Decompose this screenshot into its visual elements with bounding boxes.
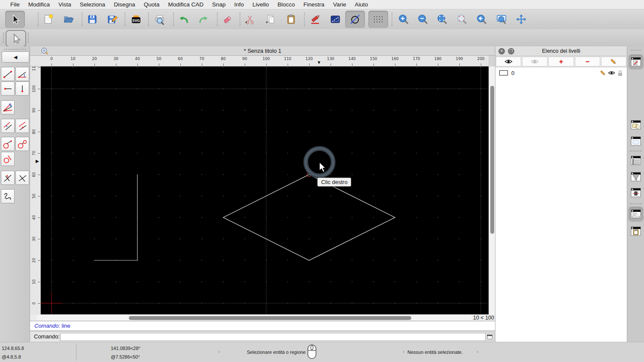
hide-all-layers-button[interactable]	[522, 57, 547, 66]
palette-back-button[interactable]: ◀	[2, 51, 29, 63]
menu-info[interactable]: Info	[230, 0, 249, 9]
cut-button[interactable]	[240, 11, 260, 28]
toolbar-handle[interactable]	[28, 33, 29, 43]
zoom-window-button[interactable]	[492, 11, 511, 28]
h-ruler-tick	[266, 63, 267, 66]
zoom-auto-button[interactable]	[432, 11, 452, 28]
undo-button[interactable]	[174, 11, 194, 28]
grid-dot	[352, 174, 352, 175]
grid-dot	[416, 88, 417, 89]
print-preview-button[interactable]	[150, 11, 170, 28]
erase-button[interactable]	[218, 11, 237, 28]
tool-angle-bisector[interactable]	[1, 100, 15, 115]
menu-modifica-cad[interactable]: Modifica CAD	[164, 0, 208, 9]
new-file-button[interactable]	[39, 11, 58, 28]
copy-button[interactable]	[261, 11, 280, 28]
select-tool-button[interactable]	[5, 11, 25, 28]
edit-layer-button[interactable]	[601, 57, 626, 66]
dock-toggle-selection-filter[interactable]	[629, 170, 642, 183]
vertical-scrollbar-thumb[interactable]	[490, 86, 494, 234]
grid-dot	[94, 238, 95, 239]
line-attributes-button[interactable]	[325, 11, 345, 28]
horizontal-scrollbar[interactable]: 10 < 100	[30, 314, 495, 321]
zoom-in-button[interactable]	[394, 11, 413, 28]
tool-line-horizontal[interactable]	[1, 81, 15, 96]
tool-parallel[interactable]	[15, 119, 29, 133]
pen-attributes-button[interactable]	[306, 11, 325, 28]
zoom-selected-button[interactable]	[452, 11, 472, 28]
layer-lock-button[interactable]	[616, 70, 624, 76]
menu-livello[interactable]: Livello	[248, 0, 273, 9]
grid-dot	[180, 153, 181, 154]
dock-toggle-block-list[interactable]	[629, 118, 642, 131]
menu-file[interactable]: File	[6, 0, 24, 9]
horizontal-scrollbar-track[interactable]	[36, 315, 472, 320]
toolbar-handle[interactable]	[3, 33, 4, 43]
tool-line-relative-angle[interactable]	[15, 171, 29, 185]
tool-line-two-points[interactable]	[1, 67, 15, 81]
grid-dot	[287, 131, 288, 132]
dock-toggle-layer-list[interactable]	[629, 55, 642, 68]
h-ruler-label: 50	[156, 57, 161, 61]
tool-line-angle[interactable]	[15, 67, 29, 81]
document-tab[interactable]: * Senza titolo 1	[30, 46, 495, 56]
menu-blocco[interactable]: Blocco	[273, 0, 299, 9]
menu-seleziona[interactable]: Seleziona	[76, 0, 109, 9]
layer-color-swatch[interactable]	[499, 70, 508, 75]
zoom-pan-button[interactable]	[511, 11, 531, 28]
dock-toggle-pen-palette[interactable]	[629, 186, 642, 199]
tool-tangent-point-circle[interactable]	[1, 137, 15, 151]
add-layer-button[interactable]: +	[548, 57, 574, 66]
dock-toggle-library-browser[interactable]	[629, 135, 642, 148]
grid-dot	[459, 281, 460, 282]
paste-button[interactable]	[281, 11, 301, 28]
dock-handle[interactable]	[631, 50, 641, 51]
command-input[interactable]	[60, 333, 487, 341]
remove-layer-button[interactable]: −	[575, 57, 600, 66]
menu-quota[interactable]: Quota	[140, 0, 164, 9]
vertical-scrollbar[interactable]	[489, 66, 495, 314]
export-svg-button[interactable]: SVG	[126, 11, 146, 28]
show-all-layers-button[interactable]	[496, 57, 521, 66]
menu-varie[interactable]: Varie	[329, 0, 351, 9]
grid-dot	[459, 67, 460, 68]
menu-disegna[interactable]: Disegna	[109, 0, 140, 9]
save-as-button[interactable]	[103, 11, 122, 28]
palette-handle[interactable]	[4, 49, 26, 50]
menu-vista[interactable]: Vista	[54, 0, 76, 9]
layer-edit-button[interactable]	[598, 70, 607, 76]
draft-mode-button[interactable]	[345, 11, 365, 28]
menu-modifica[interactable]: Modifica	[24, 0, 54, 9]
command-detach-button[interactable]	[485, 333, 494, 341]
menu-snap[interactable]: Snap	[208, 0, 230, 9]
horizontal-scrollbar-thumb[interactable]	[129, 316, 411, 320]
tool-tangent-two-circles[interactable]	[15, 137, 29, 151]
save-button[interactable]	[82, 11, 102, 28]
tool-freehand[interactable]	[1, 189, 15, 203]
drawing-canvas[interactable]: Clic destro	[41, 66, 489, 314]
dock-toggle-command-line[interactable]	[629, 208, 642, 220]
status-indicator-dot	[403, 351, 405, 353]
tool-tangent-orthogonal[interactable]	[1, 152, 15, 166]
line-orthogonal-icon	[3, 173, 13, 183]
grid-dot	[94, 67, 95, 68]
zoom-previous-button[interactable]	[472, 11, 492, 28]
zoom-out-button[interactable]	[413, 11, 433, 28]
h-ruler-tick	[481, 63, 481, 66]
tool-line-vertical[interactable]	[15, 81, 29, 96]
grid-toggle-button[interactable]	[368, 11, 388, 28]
dock-toggle-clipboard[interactable]	[629, 225, 642, 238]
menu-aiuto[interactable]: Aiuto	[350, 0, 372, 9]
menu-finestra[interactable]: Finestra	[299, 0, 329, 9]
dock-toggle-entity-list[interactable]	[629, 154, 642, 167]
redo-button[interactable]	[194, 11, 213, 28]
tool-line-orthogonal[interactable]	[1, 171, 15, 185]
grid-dot	[309, 131, 310, 132]
selection-pointer-button[interactable]	[6, 30, 26, 47]
grid-dot	[352, 281, 352, 282]
open-file-button[interactable]	[59, 11, 79, 28]
layer-visibility-button[interactable]	[607, 70, 616, 75]
layer-row[interactable]: 0	[495, 68, 627, 78]
tool-parallel-through-point[interactable]	[1, 119, 15, 133]
grid-dot	[244, 303, 245, 304]
